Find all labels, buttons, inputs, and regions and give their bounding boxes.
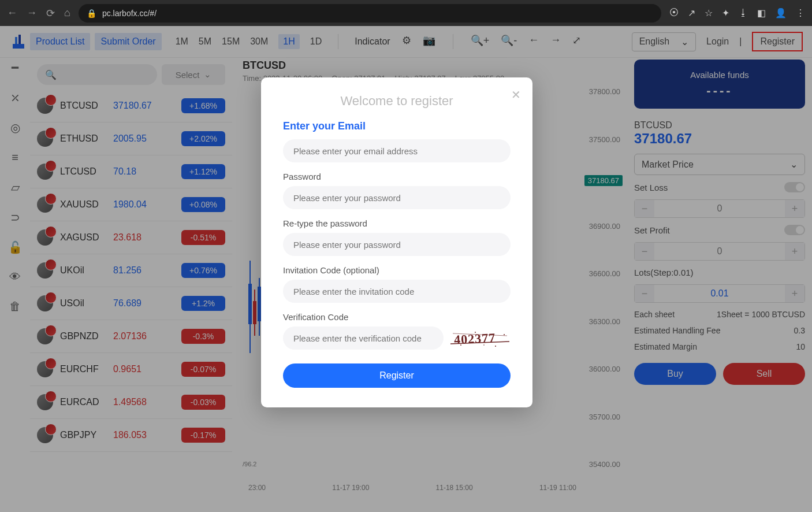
star-icon[interactable]: ☆: [705, 8, 713, 18]
browser-bar: ← → ⟳ ⌂ 🔒 pc.larbofx.cc/#/ ⦿ ↗ ☆ ✦ ⭳ ◧ 👤…: [0, 0, 812, 26]
verification-row: 402377: [283, 327, 511, 350]
invite-label: Invitation Code (optional): [283, 265, 511, 275]
lock-icon: 🔒: [87, 9, 96, 18]
menu-icon[interactable]: ⋮: [796, 8, 805, 18]
share-icon[interactable]: ↗: [688, 8, 695, 18]
profile-icon[interactable]: 👤: [775, 8, 787, 18]
back-icon[interactable]: ←: [7, 7, 17, 20]
email-field[interactable]: [283, 139, 511, 162]
extensions-icon[interactable]: ✦: [722, 8, 729, 18]
nav-controls: ← → ⟳ ⌂: [7, 7, 70, 20]
captcha-image[interactable]: 402377: [449, 328, 511, 348]
register-submit-button[interactable]: Register: [283, 363, 511, 388]
invitation-code-field[interactable]: [283, 280, 511, 303]
close-icon[interactable]: ✕: [511, 88, 521, 102]
svg-text:402377: 402377: [453, 331, 496, 347]
retype-label: Re-type the password: [283, 218, 511, 228]
panel-icon[interactable]: ◧: [757, 8, 766, 18]
password-label: Password: [283, 172, 511, 181]
retype-password-field[interactable]: [283, 233, 511, 256]
url-text: pc.larbofx.cc/#/: [102, 9, 157, 18]
verification-code-field[interactable]: [283, 327, 444, 350]
home-icon[interactable]: ⌂: [64, 7, 70, 20]
register-modal: ✕ Welcome to register Enter your Email P…: [261, 77, 532, 407]
verification-label: Verification Code: [283, 312, 511, 322]
chrome-actions: ⦿ ↗ ☆ ✦ ⭳ ◧ 👤 ⋮: [669, 8, 805, 18]
svg-point-7: [495, 346, 496, 347]
reload-icon[interactable]: ⟳: [46, 7, 55, 20]
password-field[interactable]: [283, 186, 511, 209]
svg-point-8: [504, 334, 505, 335]
modal-title: Welcome to register: [283, 94, 511, 109]
download-icon[interactable]: ⭳: [739, 8, 748, 18]
modal-section-title: Enter your Email: [283, 120, 511, 132]
translate-icon[interactable]: ⦿: [669, 8, 679, 18]
url-bar[interactable]: 🔒 pc.larbofx.cc/#/: [79, 4, 661, 23]
forward-icon[interactable]: →: [27, 7, 37, 20]
